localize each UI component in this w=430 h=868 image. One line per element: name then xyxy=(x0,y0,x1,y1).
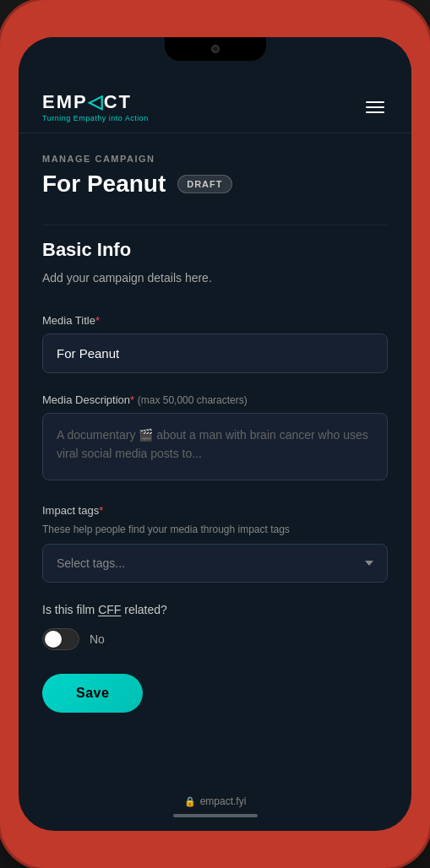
media-title-input[interactable] xyxy=(42,334,388,373)
basic-info-title: Basic Info xyxy=(42,239,388,261)
logo-before: EMP xyxy=(42,91,88,112)
save-button[interactable]: Save xyxy=(42,674,143,713)
cff-label: Is this film CFF related? xyxy=(42,603,388,616)
media-description-group: Media Description* (max 50,000 character… xyxy=(42,393,388,484)
required-asterisk-3: * xyxy=(99,504,103,517)
phone-screen: EMP◁CT Turning Empathy into Action MANAG… xyxy=(19,37,411,831)
select-tags-placeholder: Select tags... xyxy=(57,556,125,570)
basic-info-description: Add your campaign details here. xyxy=(42,269,388,287)
logo: EMP◁CT Turning Empathy into Action xyxy=(42,91,149,122)
menu-button[interactable] xyxy=(362,98,388,117)
hamburger-line-1 xyxy=(366,101,384,103)
media-title-group: Media Title* xyxy=(42,314,388,373)
media-title-label: Media Title* xyxy=(42,314,388,327)
status-bar xyxy=(19,37,411,81)
impact-tags-label-text: Impact tags xyxy=(42,504,99,517)
cff-group: Is this film CFF related? No xyxy=(42,603,388,650)
section-label: MANAGE CAMPAIGN xyxy=(42,154,388,164)
campaign-title-row: For Peanut DRAFT xyxy=(42,171,388,198)
chevron-down-icon xyxy=(365,561,373,566)
notch xyxy=(165,37,266,61)
media-title-label-text: Media Title xyxy=(42,314,95,327)
impact-tags-label: Impact tags* xyxy=(42,504,388,517)
url-text: empact.fyi xyxy=(200,795,247,807)
basic-info-section: Basic Info Add your campaign details her… xyxy=(42,239,388,287)
toggle-state-label: No xyxy=(90,632,105,646)
content-area: MANAGE CAMPAIGN For Peanut DRAFT Basic I… xyxy=(19,133,411,787)
required-asterisk-2: * xyxy=(130,393,134,406)
divider-1 xyxy=(42,225,388,225)
media-description-label-text: Media Description xyxy=(42,393,130,406)
media-description-label: Media Description* (max 50,000 character… xyxy=(42,393,388,406)
campaign-header: MANAGE CAMPAIGN For Peanut DRAFT xyxy=(42,154,388,198)
app-header: EMP◁CT Turning Empathy into Action xyxy=(19,81,411,133)
impact-tags-dropdown[interactable]: Select tags... xyxy=(42,544,388,583)
camera xyxy=(211,45,220,53)
impact-tags-group: Impact tags* These help people find your… xyxy=(42,504,388,583)
hamburger-line-3 xyxy=(366,111,384,113)
required-asterisk: * xyxy=(95,314,100,327)
campaign-title: For Peanut xyxy=(42,171,166,198)
max-chars-hint: (max 50,000 characters) xyxy=(138,394,248,406)
toggle-knob xyxy=(45,631,62,648)
phone-frame: EMP◁CT Turning Empathy into Action MANAG… xyxy=(0,0,430,868)
toggle-row: No xyxy=(42,628,388,650)
draft-badge: DRAFT xyxy=(177,175,231,193)
impact-tags-help: These help people find your media throug… xyxy=(42,524,388,535)
cff-underline: CFF xyxy=(98,603,121,616)
home-indicator xyxy=(173,814,258,817)
logo-accent: ◁ xyxy=(88,91,104,112)
logo-text: EMP◁CT xyxy=(42,91,149,113)
cff-toggle[interactable] xyxy=(42,628,79,650)
logo-tagline: Turning Empathy into Action xyxy=(42,114,149,122)
media-description-textarea[interactable] xyxy=(42,413,388,480)
url-bar: 🔒 empact.fyi xyxy=(184,795,247,807)
logo-after: CT xyxy=(104,91,132,112)
hamburger-line-2 xyxy=(366,106,384,108)
lock-icon: 🔒 xyxy=(184,796,196,807)
bottom-bar: 🔒 empact.fyi xyxy=(19,787,411,831)
